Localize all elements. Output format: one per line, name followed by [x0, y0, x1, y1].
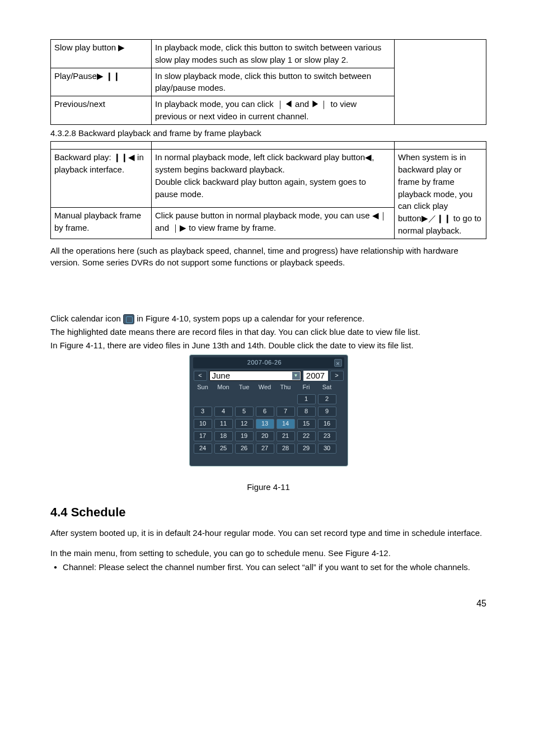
- text: Play/Pause▶ ❙❙: [54, 71, 120, 81]
- calendar-header-row: Sun Mon Tue Wed Thu Fri Sat: [194, 383, 344, 392]
- next-month-button[interactable]: >: [330, 371, 344, 381]
- figure-caption: Figure 4-11: [50, 481, 486, 493]
- text: In normal playback mode, left click back…: [155, 152, 374, 198]
- calendar-cell[interactable]: 23: [318, 431, 336, 441]
- day-head: Sat: [318, 383, 336, 392]
- year-input[interactable]: 2007: [303, 371, 328, 381]
- backward-frame-table: Backward play: ❙❙◀ in playback interface…: [50, 141, 486, 239]
- text: Previous/next: [54, 99, 105, 109]
- cell: In playback mode, click this button to s…: [152, 40, 395, 68]
- cell: Manual playback frame by frame.: [51, 207, 152, 239]
- calendar-row: 3456789: [194, 407, 344, 417]
- cell-empty: [395, 40, 486, 125]
- calendar-cell[interactable]: 15: [297, 419, 316, 429]
- calendar-cell: [194, 394, 212, 404]
- calendar-cell[interactable]: 25: [214, 444, 233, 454]
- calendar-cell[interactable]: 24: [194, 444, 212, 454]
- list-item: Channel: Please select the channel numbe…: [64, 561, 486, 573]
- page-number: 45: [50, 597, 486, 610]
- calendar-cell[interactable]: 10: [194, 419, 212, 429]
- cell: Previous/next: [51, 96, 152, 125]
- cell: In normal playback mode, left click back…: [152, 150, 395, 208]
- dropdown-icon: ▼: [292, 372, 300, 380]
- calendar-cell[interactable]: 4: [214, 407, 233, 417]
- calendar-cell[interactable]: 13: [256, 419, 274, 429]
- text: Click pause button in normal playback mo…: [155, 211, 387, 232]
- cell: Backward play: ❙❙◀ in playback interface…: [51, 150, 152, 208]
- calendar-row: 10111213141516: [194, 419, 344, 429]
- calendar-cell[interactable]: 6: [256, 407, 274, 417]
- paragraph: All the operations here (such as playbac…: [50, 245, 486, 269]
- calendar-cell[interactable]: 19: [235, 431, 254, 441]
- calendar-cell[interactable]: 14: [277, 419, 295, 429]
- month-select[interactable]: June ▼: [209, 371, 301, 381]
- paragraph: In Figure 4-11, there are video files in…: [50, 339, 486, 352]
- calendar-cell[interactable]: 29: [297, 444, 316, 454]
- playback-controls-table: Slow play button ▶ In playback mode, cli…: [50, 39, 486, 125]
- calendar-row: 24252627282930: [194, 444, 344, 454]
- cell-empty: [395, 142, 486, 150]
- paragraph: In the main menu, from setting to schedu…: [50, 547, 486, 559]
- text: button▶／❙❙ to go to normal playback.: [398, 213, 481, 235]
- paragraph: After system booted up, it is in default…: [50, 527, 486, 539]
- cell: Click pause button in normal playback mo…: [152, 207, 395, 239]
- section-heading: 4.3.2.8 Backward playback and frame by f…: [50, 127, 486, 139]
- calendar-cell[interactable]: 8: [297, 407, 316, 417]
- calendar-cell[interactable]: 17: [194, 431, 212, 441]
- section-heading: 4.4 Schedule: [50, 503, 486, 521]
- calendar-cell[interactable]: 21: [277, 431, 295, 441]
- calendar-titlebar: 2007-06-26 ×: [193, 357, 344, 368]
- calendar-cell[interactable]: 27: [256, 444, 274, 454]
- calendar-icon: [123, 314, 134, 324]
- calendar-cell[interactable]: 3: [194, 407, 212, 417]
- calendar-cell: [256, 394, 274, 404]
- calendar-cell[interactable]: 12: [235, 419, 254, 429]
- paragraph: The highlighted date means there are rec…: [50, 326, 486, 338]
- cell: In playback mode, you can click ｜◀ and ▶…: [152, 96, 395, 125]
- calendar-cell[interactable]: 30: [318, 444, 336, 454]
- cell-empty: [152, 142, 395, 150]
- calendar-title: 2007-06-26: [195, 358, 334, 367]
- calendar-cell[interactable]: 18: [214, 431, 233, 441]
- text: When system is in backward play or frame…: [398, 152, 472, 211]
- calendar-row: 12: [194, 394, 344, 404]
- text: in Figure 4-10, system pops up a calenda…: [137, 314, 364, 323]
- calendar-cell[interactable]: 26: [235, 444, 254, 454]
- close-icon[interactable]: ×: [334, 359, 342, 367]
- calendar-row: 17181920212223: [194, 431, 344, 441]
- prev-month-button[interactable]: <: [194, 371, 207, 381]
- month-label: June: [212, 370, 231, 382]
- bullet-list: Channel: Please select the channel numbe…: [50, 561, 486, 573]
- calendar-cell[interactable]: 28: [277, 444, 295, 454]
- text: In playback mode, you can click ｜◀ and ▶…: [155, 99, 357, 121]
- cell: Slow play button ▶: [51, 40, 152, 68]
- text: In playback mode, click this button to s…: [155, 43, 381, 64]
- calendar-cell[interactable]: 5: [235, 407, 254, 417]
- calendar-cell[interactable]: 11: [214, 419, 233, 429]
- text: In slow playback mode, click this button…: [155, 71, 371, 93]
- day-head: Mon: [214, 383, 233, 392]
- text: Manual playback frame by frame.: [54, 211, 141, 232]
- calendar-cell: [277, 394, 295, 404]
- day-head: Sun: [194, 383, 212, 392]
- calendar-grid: Sun Mon Tue Wed Thu Fri Sat 123456789101…: [193, 383, 344, 454]
- text: Slow play button ▶: [54, 43, 125, 52]
- calendar-cell[interactable]: 7: [277, 407, 295, 417]
- paragraph: Click calendar icon in Figure 4-10, syst…: [50, 312, 486, 325]
- day-head: Fri: [297, 383, 316, 392]
- cell: Play/Pause▶ ❙❙: [51, 68, 152, 96]
- cell: When system is in backward play or frame…: [395, 150, 486, 239]
- text: Backward play: ❙❙◀ in playback interface…: [54, 152, 144, 174]
- calendar-cell[interactable]: 22: [297, 431, 316, 441]
- calendar-cell[interactable]: 2: [318, 394, 336, 404]
- calendar-cell[interactable]: 20: [256, 431, 274, 441]
- calendar-cell: [235, 394, 254, 404]
- day-head: Wed: [256, 383, 274, 392]
- text: Click calendar icon: [50, 314, 121, 323]
- calendar-cell[interactable]: 16: [318, 419, 336, 429]
- cell: In slow playback mode, click this button…: [152, 68, 395, 96]
- calendar-cell[interactable]: 9: [318, 407, 336, 417]
- calendar-popup: 2007-06-26 × < June ▼ 2007 > Sun Mon Tue…: [189, 354, 348, 466]
- calendar-cell: [214, 394, 233, 404]
- calendar-cell[interactable]: 1: [297, 394, 316, 404]
